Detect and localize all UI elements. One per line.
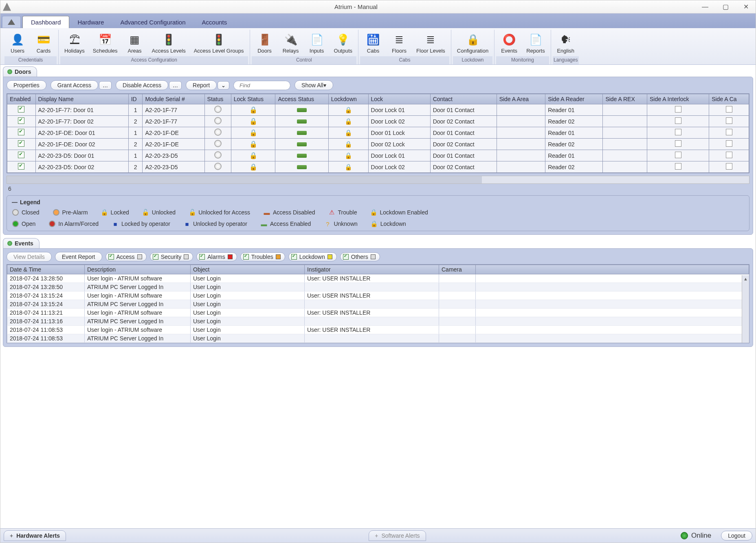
enabled-checkbox[interactable] — [18, 117, 24, 124]
table-row[interactable]: 2018-07-24 11:08:53ATRIUM PC Server Logg… — [7, 334, 749, 343]
ribbon-events[interactable]: ⭕Events — [496, 31, 522, 55]
disable-access-more[interactable]: … — [169, 81, 182, 90]
ribbon-areas[interactable]: ▦Areas — [122, 31, 148, 55]
events-col-object[interactable]: Object — [191, 265, 305, 274]
table-row[interactable]: 2018-07-24 13:28:50ATRIUM PC Server Logg… — [7, 283, 749, 291]
side-a-ca-checkbox[interactable] — [726, 140, 732, 147]
ribbon-configuration[interactable]: 🔒Configuration — [453, 31, 492, 55]
doors-col-lockdown[interactable]: Lockdown — [328, 94, 368, 104]
table-row[interactable]: 2018-07-24 11:08:53User login - ATRIUM s… — [7, 326, 749, 334]
doors-col-side-a-ca[interactable]: Side A Ca — [709, 94, 749, 104]
table-row[interactable]: A2-20-1F-77: Door 022A2-20-1F-77🔒🔒Door L… — [7, 116, 749, 127]
ribbon-cabs[interactable]: 🛗Cabs — [360, 31, 386, 55]
filter-security[interactable]: Security — [150, 252, 193, 261]
ribbon-floors[interactable]: ≣Floors — [386, 31, 412, 55]
tab-accounts[interactable]: Accounts — [194, 16, 235, 28]
table-row[interactable]: 2018-07-24 11:13:21User login - ATRIUM s… — [7, 309, 749, 317]
interlock-checkbox[interactable] — [675, 140, 681, 147]
report-button[interactable]: Report — [186, 80, 217, 90]
interlock-checkbox[interactable] — [675, 152, 681, 158]
ribbon-english[interactable]: 🗣English — [553, 31, 579, 55]
ribbon-relays[interactable]: 🔌Relays — [278, 31, 304, 55]
show-all-button[interactable]: Show All▾ — [294, 80, 333, 90]
side-a-ca-checkbox[interactable] — [726, 129, 732, 135]
ribbon-schedules[interactable]: 📅Schedules — [89, 31, 122, 55]
grant-access-more[interactable]: … — [99, 81, 112, 90]
ribbon-outputs[interactable]: 💡Outputs — [330, 31, 357, 55]
filter-alarms[interactable]: Alarms — [196, 252, 237, 261]
maximize-button[interactable]: ▢ — [718, 2, 733, 12]
table-row[interactable]: A2-20-1F-DE: Door 022A2-20-1F-DE🔒🔒Door 0… — [7, 139, 749, 150]
enabled-checkbox[interactable] — [18, 152, 24, 158]
doors-col-side-a-interlock[interactable]: Side A Interlock — [647, 94, 709, 104]
close-button[interactable]: ✕ — [738, 2, 753, 12]
report-more[interactable]: ⌄ — [218, 81, 229, 90]
doors-col-lock[interactable]: Lock — [368, 94, 430, 104]
doors-col-side-a-area[interactable]: Side A Area — [497, 94, 545, 104]
events-col-date-time[interactable]: Date & Time — [7, 265, 85, 274]
software-alerts-tab[interactable]: + Software Alerts — [369, 530, 426, 541]
events-tab[interactable]: Events — [3, 238, 40, 248]
hardware-alerts-tab[interactable]: + Hardware Alerts — [4, 530, 66, 541]
ribbon-doors[interactable]: 🚪Doors — [252, 31, 278, 55]
ribbon-reports[interactable]: 📄Reports — [522, 31, 549, 55]
enabled-checkbox[interactable] — [18, 106, 24, 113]
ribbon-access-levels[interactable]: 🚦Access Levels — [148, 31, 190, 55]
events-col-description[interactable]: Description — [85, 265, 191, 274]
doors-col-id[interactable]: ID — [128, 94, 143, 104]
table-row[interactable]: 2018-07-24 13:15:24ATRIUM PC Server Logg… — [7, 300, 749, 309]
side-a-ca-checkbox[interactable] — [726, 117, 732, 124]
table-row[interactable]: A2-20-1F-77: Door 011A2-20-1F-77🔒🔒Door L… — [7, 104, 749, 116]
doors-hscroll[interactable] — [7, 176, 749, 184]
events-col-instigator[interactable]: Instigator — [305, 265, 439, 274]
filter-access[interactable]: Access — [105, 252, 147, 261]
logo-tab[interactable] — [2, 16, 21, 28]
table-row[interactable]: 2018-07-24 11:13:16ATRIUM PC Server Logg… — [7, 317, 749, 326]
ribbon-floor-levels[interactable]: ≣Floor Levels — [412, 31, 449, 55]
side-a-ca-checkbox[interactable] — [726, 163, 732, 170]
enabled-checkbox[interactable] — [18, 140, 24, 147]
table-row[interactable]: 2018-07-24 13:15:24User login - ATRIUM s… — [7, 291, 749, 300]
side-a-ca-checkbox[interactable] — [726, 106, 732, 113]
table-row[interactable]: A2-20-23-D5: Door 022A2-20-23-D5🔒🔒Door L… — [7, 161, 749, 173]
properties-button[interactable]: Properties — [7, 80, 46, 90]
filter-others[interactable]: Others — [340, 252, 380, 261]
filter-troubles[interactable]: Troubles — [240, 252, 285, 261]
side-a-ca-checkbox[interactable] — [726, 152, 732, 158]
doors-col-lock-status[interactable]: Lock Status — [231, 94, 275, 104]
legend-collapse-icon[interactable]: — — [12, 199, 18, 205]
logout-button[interactable]: Logout — [721, 531, 752, 541]
filter-lockdown[interactable]: Lockdown — [288, 252, 337, 261]
events-vscroll[interactable]: ▲ — [742, 275, 749, 343]
ribbon-access-level-groups[interactable]: 🚦Access Level Groups — [190, 31, 248, 55]
interlock-checkbox[interactable] — [675, 163, 681, 170]
doors-tab[interactable]: Doors — [3, 66, 37, 77]
doors-col-enabled[interactable]: Enabled — [7, 94, 36, 104]
table-row[interactable]: 2018-07-24 13:28:50User login - ATRIUM s… — [7, 274, 749, 283]
doors-col-access-status[interactable]: Access Status — [275, 94, 328, 104]
doors-col-module-serial-[interactable]: Module Serial # — [143, 94, 204, 104]
table-row[interactable]: A2-20-1F-DE: Door 011A2-20-1F-DE🔒🔒Door 0… — [7, 127, 749, 139]
minimize-button[interactable]: — — [698, 2, 712, 12]
tab-hardware[interactable]: Hardware — [69, 16, 112, 28]
doors-col-side-a-rex[interactable]: Side A REX — [603, 94, 647, 104]
doors-col-status[interactable]: Status — [204, 94, 231, 104]
tab-advanced-configuration[interactable]: Advanced Configuration — [112, 16, 193, 28]
doors-col-contact[interactable]: Contact — [430, 94, 497, 104]
interlock-checkbox[interactable] — [675, 129, 681, 135]
find-input[interactable] — [233, 81, 290, 90]
enabled-checkbox[interactable] — [18, 163, 24, 170]
events-col-camera[interactable]: Camera — [439, 265, 476, 274]
doors-col-side-a-reader[interactable]: Side A Reader — [545, 94, 603, 104]
enabled-checkbox[interactable] — [18, 129, 24, 135]
interlock-checkbox[interactable] — [675, 106, 681, 113]
disable-access-button[interactable]: Disable Access — [116, 80, 168, 90]
ribbon-holidays[interactable]: ⛱Holidays — [60, 31, 89, 55]
ribbon-cards[interactable]: 💳Cards — [31, 31, 57, 55]
tab-dashboard[interactable]: Dashboard — [22, 16, 69, 28]
ribbon-inputs[interactable]: 📄Inputs — [304, 31, 330, 55]
grant-access-button[interactable]: Grant Access — [51, 80, 98, 90]
table-row[interactable]: A2-20-23-D5: Door 011A2-20-23-D5🔒🔒Door L… — [7, 150, 749, 161]
ribbon-users[interactable]: 👤Users — [4, 31, 31, 55]
interlock-checkbox[interactable] — [675, 117, 681, 124]
